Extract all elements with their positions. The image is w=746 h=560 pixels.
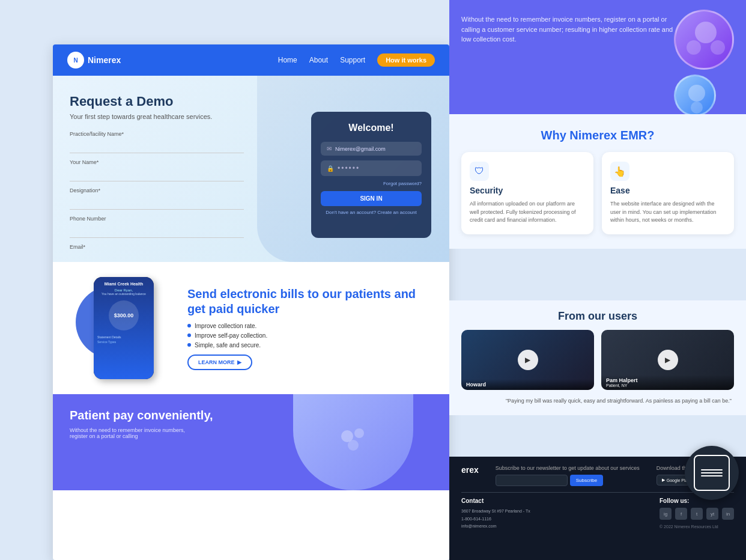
phone-device: Miami Creek Health Dear Ryan, You have a… [94, 277, 154, 379]
family-image-icon [676, 11, 734, 70]
scanner-line-2 [701, 472, 723, 473]
facebook-icon[interactable]: f [675, 508, 687, 520]
phone-amount: $300.00 [109, 300, 139, 330]
top-right-description: Without the need to remember invoice num… [461, 14, 674, 44]
footer-bottom: Contact 3607 Broadway St #97 Pearland - … [461, 498, 734, 531]
contact-section: Contact 3607 Broadway St #97 Pearland - … [461, 498, 530, 531]
email-icon: ✉ [327, 145, 332, 152]
svg-point-3 [695, 22, 717, 43]
contact-address: 3607 Broadway St #97 Pearland - Tx 1-800… [461, 508, 530, 531]
video-name-pam: Pam Halpert [606, 377, 729, 383]
mobile-content: Send electronic bills to our patients an… [178, 287, 432, 370]
top-right-text: Without the need to remember invoice num… [461, 10, 674, 44]
navbar: N Nimerex Home About Support How it work… [53, 44, 449, 76]
follow-section: Follow us: ig f t yt in © 2022 Nimerex R… [660, 498, 734, 531]
video-label-howard: Howard [461, 379, 594, 390]
video-thumbnails: ▶ Howard ▶ Pam Halpert Patient, NY [461, 330, 734, 390]
modal-email-field: ✉ Nimerex@gmail.com [321, 142, 422, 156]
video-pam[interactable]: ▶ Pam Halpert Patient, NY [601, 330, 734, 390]
top-right-section: Without the need to remember invoice num… [449, 0, 746, 114]
youtube-icon[interactable]: yt [706, 508, 718, 520]
left-panel: N Nimerex Home About Support How it work… [53, 44, 449, 560]
signin-button[interactable]: SIGN IN [321, 191, 422, 206]
security-title: Security [470, 186, 585, 195]
practice-input[interactable] [70, 139, 244, 153]
learn-more-button[interactable]: LEARN MORE ▶ [187, 355, 252, 370]
bullet-1: Improve collection rate. [187, 323, 432, 329]
modal-password-field: 🔒 •••••• [321, 160, 422, 176]
modal-bottom-text: Don't have an account? Create an account [321, 210, 422, 215]
lock-icon: 🔒 [327, 165, 334, 172]
person-photo-1 [674, 10, 734, 70]
phone-mockup: Miami Creek Health Dear Ryan, You have a… [70, 274, 178, 382]
newsletter-subscribe-button[interactable]: Subscribe [570, 475, 604, 486]
ease-desc: The website interface are designed with … [610, 200, 726, 225]
login-modal: Welcome! ✉ Nimerex@gmail.com 🔒 •••••• Fo… [311, 112, 431, 238]
right-panel: Without the need to remember invoice num… [449, 0, 746, 560]
google-play-icon: ▶ [662, 478, 665, 482]
bullet-text-2: Improve self-pay collection. [195, 332, 267, 339]
phone-input[interactable] [70, 224, 244, 238]
mobile-title: Send electronic bills to our patients an… [187, 287, 432, 317]
email-input[interactable] [70, 252, 244, 262]
twitter-icon[interactable]: t [691, 508, 703, 520]
scanner-line-3 [701, 475, 723, 476]
instagram-icon[interactable]: ig [660, 508, 672, 520]
nav-home[interactable]: Home [278, 56, 297, 64]
copyright-text: © 2022 Nimerex Resources Ltd [660, 525, 734, 529]
scanner-lines [701, 469, 723, 476]
play-button-pam[interactable]: ▶ [658, 350, 678, 370]
modal-forgot-link[interactable]: Forgot password? [321, 181, 422, 186]
newsletter-section: Subscribe to our newsletter to get updat… [496, 465, 640, 486]
linkedin-icon[interactable]: in [722, 508, 734, 520]
play-button-howard[interactable]: ▶ [518, 350, 538, 370]
nav-support[interactable]: Support [340, 56, 365, 64]
logo-icon: N [67, 52, 84, 68]
video-location-pam: Patient, NY [606, 383, 729, 388]
ease-title: Ease [610, 186, 726, 195]
man-image-icon [676, 76, 716, 117]
ease-card: 👆 Ease The website interface are designe… [602, 152, 734, 234]
svg-point-6 [688, 85, 705, 102]
newsletter-title: Subscribe to our newsletter to get updat… [496, 465, 640, 471]
name-input[interactable] [70, 167, 244, 181]
nav-about[interactable]: About [309, 56, 328, 64]
video-label-pam: Pam Halpert Patient, NY [601, 375, 734, 390]
security-card: 🛡 Security All information uploaded on o… [461, 152, 593, 234]
follow-title: Follow us: [660, 498, 734, 504]
contact-title: Contact [461, 498, 530, 504]
why-section: Why Nimerex EMR? 🛡 Security All informat… [449, 114, 746, 249]
bullet-3: Simple, safe and secure. [187, 342, 432, 348]
bullet-dot-2 [187, 333, 191, 337]
person-photo-2 [674, 75, 716, 117]
phone-screen: Miami Creek Health Dear Ryan, You have a… [94, 277, 154, 379]
designation-input[interactable] [70, 195, 244, 210]
bullet-dot-3 [187, 343, 191, 347]
modal-password-dots: •••••• [338, 164, 360, 172]
arrow-icon: ▶ [237, 359, 241, 365]
touch-icon: 👆 [610, 162, 629, 181]
page-wrapper: N Nimerex Home About Support How it work… [0, 0, 746, 560]
testimonial-text: "Paying my bill was really quick, easy a… [461, 397, 734, 406]
how-it-works-button[interactable]: How it works [377, 53, 435, 67]
bullet-2: Improve self-pay collection. [187, 332, 432, 339]
logo-text: Nimerex [88, 55, 121, 65]
bullet-dot-1 [187, 324, 191, 327]
security-desc: All information uploaded on our platform… [470, 200, 585, 225]
users-section: From our users ▶ Howard ▶ Pam Halpert Pa… [449, 300, 746, 415]
email-label: Email* [70, 244, 432, 250]
scanner-inner [694, 455, 730, 491]
svg-point-5 [711, 40, 725, 55]
bullet-text-1: Improve collection rate. [195, 323, 256, 329]
navbar-logo: N Nimerex [67, 52, 121, 68]
newsletter-input[interactable] [496, 475, 568, 486]
shield-icon: 🛡 [470, 162, 489, 181]
email-field-group: Email* [70, 244, 432, 262]
footer-logo-text: erex [461, 465, 479, 475]
why-title: Why Nimerex EMR? [461, 129, 734, 142]
contact-email: info@nimerex.com [461, 523, 530, 531]
hero-section: Request a Demo Your first step towards g… [53, 76, 449, 262]
top-right-images [674, 10, 734, 117]
contact-phone: 1-800-614-1116 [461, 516, 530, 523]
video-howard[interactable]: ▶ Howard [461, 330, 594, 390]
